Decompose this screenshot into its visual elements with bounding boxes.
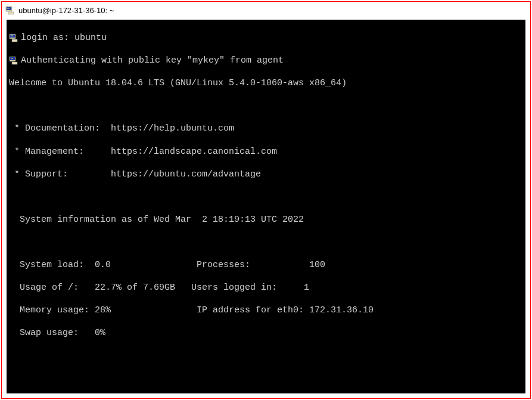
blank-line: [9, 350, 523, 361]
svg-rect-6: [12, 39, 17, 42]
blank-line: [9, 100, 523, 111]
sysinfo-row: Memory usage: 28% IP address for eth0: 1…: [9, 305, 523, 316]
welcome-line: Welcome to Ubuntu 18.04.6 LTS (GNU/Linux…: [9, 77, 523, 89]
terminal-area[interactable]: login as: ubuntu Authenticating with pub…: [7, 20, 525, 393]
sysinfo-row: Swap usage: 0%: [9, 327, 523, 339]
putty-icon: [5, 5, 15, 15]
auth-line: Authenticating with public key "mykey" f…: [9, 55, 523, 66]
putty-icon: [9, 55, 18, 65]
svg-rect-1: [7, 7, 11, 10]
svg-rect-10: [12, 62, 17, 64]
blank-line: [9, 373, 523, 384]
blank-line: [9, 237, 523, 248]
putty-icon: [9, 33, 18, 42]
svg-rect-9: [10, 57, 15, 60]
support-line: * Support: https://ubuntu.com/advantage: [9, 169, 523, 180]
sysinfo-row: System load: 0.0 Processes: 100: [9, 259, 523, 271]
putty-window: ubuntu@ip-172-31-36-10: ~ login as: ubun…: [1, 1, 531, 399]
management-line: * Management: https://landscape.canonica…: [9, 146, 523, 157]
svg-rect-2: [8, 12, 14, 14]
svg-rect-5: [10, 35, 15, 38]
documentation-line: * Documentation: https://help.ubuntu.com: [9, 123, 523, 134]
titlebar[interactable]: ubuntu@ip-172-31-36-10: ~: [2, 2, 530, 18]
window-title: ubuntu@ip-172-31-36-10: ~: [18, 6, 114, 15]
login-line: login as: ubuntu: [9, 32, 523, 44]
blank-line: [9, 191, 523, 203]
sysinfo-header: System information as of Wed Mar 2 18:19…: [9, 214, 523, 225]
sysinfo-row: Usage of /: 22.7% of 7.69GB Users logged…: [9, 282, 523, 293]
login-as-label: login as:: [21, 33, 69, 43]
login-user: ubuntu: [74, 33, 107, 43]
auth-text: Authenticating with public key "mykey" f…: [21, 55, 284, 66]
